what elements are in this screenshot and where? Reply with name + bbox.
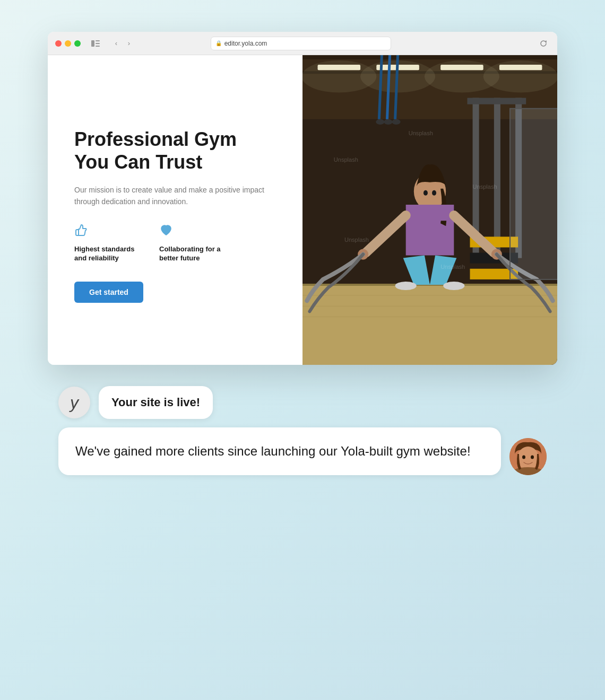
svg-rect-19 — [467, 98, 526, 104]
chat-row-1: y Your site is live! — [58, 386, 547, 419]
hero-title: Professional Gym You Can Trust — [74, 128, 276, 173]
nav-buttons: ‹ › — [110, 38, 135, 49]
svg-rect-29 — [302, 285, 557, 365]
site-live-text: Your site is live! — [111, 396, 200, 409]
lock-icon: 🔒 — [215, 40, 222, 46]
traffic-lights — [55, 40, 81, 47]
page-wrapper: ‹ › 🔒 editor.yola.com Professional Gym Y… — [21, 32, 584, 475]
feature-1: Highest standards and reliability — [74, 224, 138, 263]
address-bar[interactable]: 🔒 editor.yola.com — [211, 37, 391, 50]
svg-text:Unsplash: Unsplash — [440, 264, 465, 270]
svg-rect-43 — [510, 109, 557, 279]
testimonial-bubble: We've gained more clients since launchin… — [58, 427, 501, 475]
svg-point-51 — [522, 455, 525, 459]
site-live-bubble: Your site is live! — [99, 386, 213, 419]
svg-point-41 — [424, 190, 428, 196]
back-button[interactable]: ‹ — [110, 38, 122, 49]
svg-rect-6 — [302, 55, 557, 59]
reload-button[interactable] — [537, 37, 550, 50]
sidebar-toggle-button[interactable] — [89, 37, 102, 50]
svg-rect-1 — [96, 40, 100, 41]
feature2-label: Collaborating for a better future — [159, 245, 223, 263]
svg-point-15 — [483, 60, 557, 92]
svg-text:Unsplash: Unsplash — [334, 156, 358, 163]
maximize-button[interactable] — [74, 40, 81, 47]
hero-subtitle: Our mission is to create value and make … — [74, 184, 276, 208]
left-panel: Professional Gym You Can Trust Our missi… — [48, 55, 302, 365]
chat-section: y Your site is live! We've gained more c… — [48, 386, 557, 475]
yola-letter: y — [70, 393, 79, 413]
thumbsup-icon — [74, 224, 138, 241]
svg-text:Unsplash: Unsplash — [473, 183, 497, 190]
svg-point-27 — [384, 119, 392, 125]
feature1-label: Highest standards and reliability — [74, 245, 138, 263]
testimonial-text: We've gained more clients since launchin… — [75, 444, 471, 458]
svg-rect-0 — [91, 40, 94, 47]
features-row: Highest standards and reliability Collab… — [74, 224, 276, 263]
svg-rect-3 — [96, 46, 100, 47]
website-content: Professional Gym You Can Trust Our missi… — [48, 55, 557, 365]
minimize-button[interactable] — [65, 40, 71, 47]
url-text: editor.yola.com — [224, 40, 267, 47]
user-avatar — [509, 438, 547, 475]
chat-row-2: We've gained more clients since launchin… — [58, 427, 547, 475]
gym-image: Unsplash Unsplash Unsplash Unsplash Unsp… — [302, 55, 557, 365]
yola-avatar: y — [58, 387, 90, 418]
svg-text:Unsplash: Unsplash — [409, 130, 433, 136]
svg-point-35 — [443, 282, 464, 290]
svg-point-34 — [395, 282, 417, 290]
svg-point-50 — [517, 447, 539, 470]
svg-point-28 — [392, 119, 401, 125]
close-button[interactable] — [55, 40, 62, 47]
browser-toolbar: ‹ › 🔒 editor.yola.com — [48, 32, 557, 55]
svg-text:Unsplash: Unsplash — [344, 237, 369, 243]
get-started-button[interactable]: Get started — [74, 282, 143, 303]
browser-window: ‹ › 🔒 editor.yola.com Professional Gym Y… — [48, 32, 557, 365]
svg-point-52 — [531, 455, 534, 459]
user-avatar-image — [509, 438, 547, 475]
svg-point-42 — [432, 190, 436, 196]
right-panel: Unsplash Unsplash Unsplash Unsplash Unsp… — [302, 55, 557, 365]
feature-2: Collaborating for a better future — [159, 224, 223, 263]
svg-rect-17 — [494, 98, 500, 258]
forward-button[interactable]: › — [123, 38, 135, 49]
heart-icon — [159, 224, 223, 241]
svg-rect-2 — [96, 43, 100, 44]
svg-point-26 — [376, 119, 384, 125]
